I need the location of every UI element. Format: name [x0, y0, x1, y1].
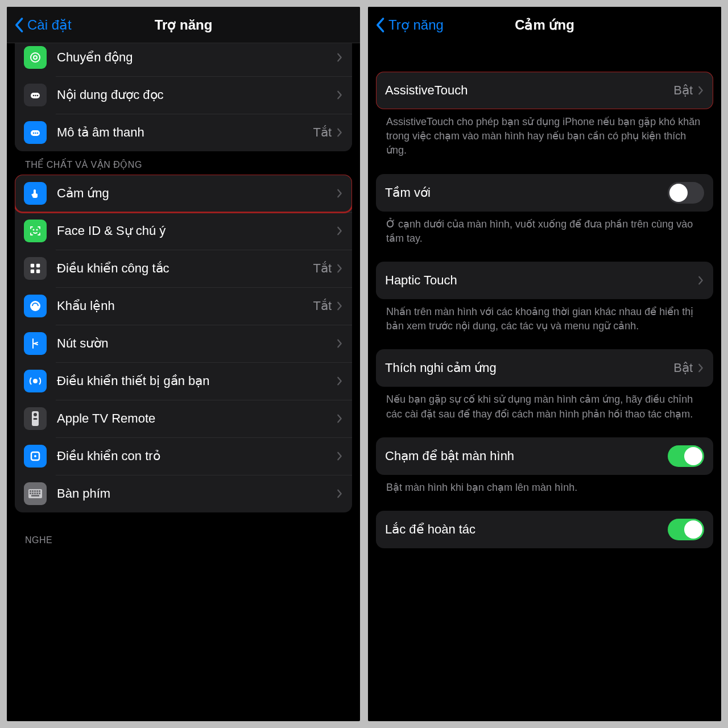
chevron-right-icon — [336, 90, 343, 100]
row-touch-accommodation[interactable]: Thích nghi cảm ứng Bật — [376, 349, 713, 387]
row-motion[interactable]: Chuyển động — [15, 39, 352, 76]
footer-touch-accom: Nếu bạn gặp sự cố khi sử dụng màn hình c… — [386, 392, 703, 421]
navbar-right: Trợ năng Cảm ứng — [368, 7, 721, 43]
label: Điều khiển công tắc — [57, 261, 313, 276]
phone-left: Cài đặt Trợ năng Chuyển động Nội dung đư… — [7, 7, 360, 721]
voice-icon — [24, 295, 47, 317]
group-physical: Cảm ứng Face ID & Sự chú ý Điều khiển cô… — [15, 175, 352, 512]
value: Bật — [673, 83, 693, 98]
group-touch-accom: Thích nghi cảm ứng Bật — [376, 349, 713, 387]
chevron-left-icon — [14, 17, 24, 33]
footer-tap-wake: Bật màn hình khi bạn chạm lên màn hình. — [386, 481, 703, 495]
row-shake-to-undo[interactable]: Lắc để hoàn tác — [376, 511, 713, 548]
svg-rect-14 — [31, 270, 34, 273]
section-header-physical: THỂ CHẤT VÀ VẬN ĐỘNG — [25, 159, 350, 170]
svg-point-10 — [33, 229, 34, 230]
svg-point-1 — [34, 56, 37, 59]
side-button-icon — [24, 332, 47, 355]
row-touch[interactable]: Cảm ứng — [15, 175, 352, 212]
svg-rect-13 — [36, 264, 40, 267]
svg-point-5 — [37, 95, 39, 97]
row-tap-to-wake[interactable]: Chạm để bật màn hình — [376, 437, 713, 475]
right-content: AssistiveTouch Bật AssistiveTouch cho ph… — [368, 43, 721, 548]
switch-icon — [24, 257, 47, 280]
svg-rect-34 — [31, 495, 39, 497]
label: Tầm với — [385, 185, 668, 200]
left-content: Chuyển động Nội dung được đọc Mô tả âm t… — [7, 39, 360, 545]
label: Mô tả âm thanh — [57, 125, 313, 140]
label: Nút sườn — [57, 336, 336, 351]
footer-assistive: AssistiveTouch cho phép bạn sử dụng iPho… — [386, 115, 703, 158]
row-audio-desc[interactable]: Mô tả âm thanh Tắt — [15, 114, 352, 151]
row-nearby[interactable]: Điều khiển thiết bị gần bạn — [15, 362, 352, 400]
value: Bật — [673, 361, 693, 375]
chevron-right-icon — [336, 127, 343, 138]
svg-point-19 — [34, 413, 37, 416]
label: Face ID & Sự chú ý — [57, 224, 336, 238]
label: Apple TV Remote — [57, 411, 336, 426]
label: AssistiveTouch — [385, 83, 673, 98]
row-faceid[interactable]: Face ID & Sự chú ý — [15, 212, 352, 250]
svg-point-4 — [35, 95, 36, 97]
section-header-hearing: NGHE — [25, 535, 350, 545]
value: Tắt — [313, 125, 332, 140]
row-assistive-touch[interactable]: AssistiveTouch Bật — [376, 72, 713, 109]
row-tv-remote[interactable]: Apple TV Remote — [15, 400, 352, 437]
svg-point-11 — [36, 229, 37, 230]
svg-point-22 — [34, 455, 36, 457]
svg-point-16 — [30, 301, 40, 311]
value: Tắt — [313, 261, 332, 276]
svg-rect-26 — [34, 490, 36, 492]
back-button[interactable]: Cài đặt — [14, 17, 72, 33]
row-spoken[interactable]: Nội dung được đọc — [15, 76, 352, 114]
svg-point-9 — [37, 133, 39, 134]
svg-rect-20 — [34, 418, 38, 420]
page-title: Cảm ứng — [515, 17, 574, 33]
chevron-right-icon — [697, 85, 704, 96]
chevron-right-icon — [336, 338, 343, 349]
toggle-reachability[interactable] — [668, 182, 704, 204]
page-title: Trợ năng — [155, 17, 213, 33]
toggle-tap-to-wake[interactable] — [668, 445, 704, 467]
row-reachability[interactable]: Tầm với — [376, 174, 713, 212]
navbar-left: Cài đặt Trợ năng — [7, 7, 360, 43]
svg-rect-25 — [32, 490, 34, 492]
row-side-button[interactable]: Nút sườn — [15, 325, 352, 362]
motion-icon — [24, 46, 47, 69]
svg-rect-24 — [30, 490, 31, 492]
spoken-icon — [24, 84, 47, 106]
label: Thích nghi cảm ứng — [385, 361, 673, 375]
svg-rect-33 — [39, 493, 40, 494]
svg-rect-28 — [39, 490, 40, 492]
group-assistive: AssistiveTouch Bật — [376, 72, 713, 109]
footer-haptic: Nhấn trên màn hình với các khoảng thời g… — [386, 305, 703, 333]
row-pointer[interactable]: Điều khiển con trỏ — [15, 437, 352, 475]
keyboard-icon — [24, 482, 47, 505]
footer-reachability: Ở cạnh dưới của màn hình, vuốt xuống để … — [386, 217, 703, 246]
row-voice-control[interactable]: Khẩu lệnh Tắt — [15, 287, 352, 325]
chevron-right-icon — [336, 188, 343, 198]
group-general: Chuyển động Nội dung được đọc Mô tả âm t… — [15, 39, 352, 151]
group-tap-wake: Chạm để bật màn hình — [376, 437, 713, 475]
svg-point-3 — [33, 95, 35, 97]
svg-point-7 — [33, 133, 35, 134]
row-keyboard[interactable]: Bàn phím — [15, 475, 352, 512]
touch-icon — [24, 182, 47, 205]
label: Cảm ứng — [57, 186, 336, 201]
row-haptic-touch[interactable]: Haptic Touch — [376, 262, 713, 299]
svg-rect-30 — [32, 493, 34, 494]
toggle-shake-to-undo[interactable] — [668, 519, 704, 540]
chevron-right-icon — [336, 489, 343, 499]
label: Khẩu lệnh — [57, 299, 313, 313]
tv-remote-icon — [24, 407, 47, 430]
chevron-right-icon — [697, 275, 704, 286]
phone-right: Trợ năng Cảm ứng AssistiveTouch Bật Assi… — [368, 7, 721, 721]
label: Lắc để hoàn tác — [385, 522, 668, 537]
back-button[interactable]: Trợ năng — [375, 17, 444, 33]
svg-rect-12 — [31, 264, 34, 267]
chevron-right-icon — [336, 226, 343, 236]
row-switch-control[interactable]: Điều khiển công tắc Tắt — [15, 250, 352, 287]
chevron-right-icon — [336, 376, 343, 386]
chevron-right-icon — [336, 301, 343, 311]
label: Chuyển động — [57, 50, 336, 65]
